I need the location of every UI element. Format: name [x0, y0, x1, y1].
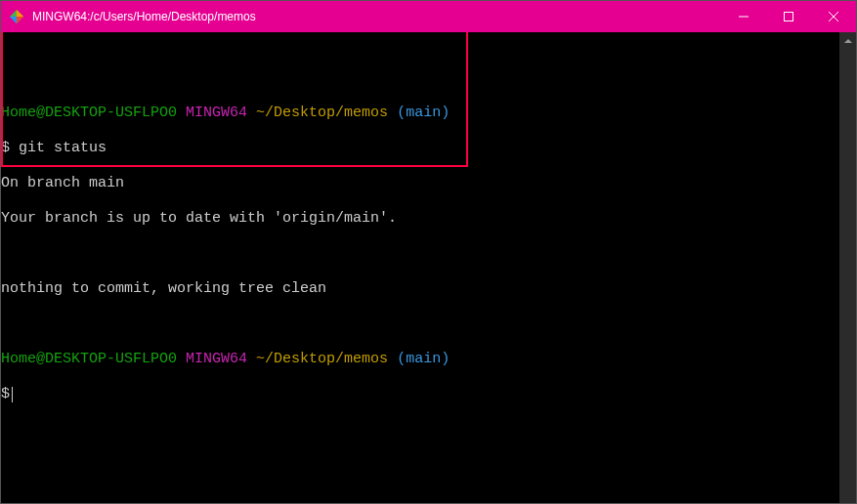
maximize-button[interactable]	[766, 1, 811, 32]
svg-marker-1	[17, 10, 23, 17]
prompt-path: ~/Desktop/memos	[256, 351, 388, 367]
output-line: On branch main	[1, 175, 837, 192]
cursor	[12, 387, 13, 402]
svg-marker-3	[10, 17, 17, 23]
output-line	[1, 245, 837, 263]
app-icon	[9, 9, 24, 24]
prompt-symbol: $	[1, 386, 10, 402]
prompt-branch: (main)	[397, 351, 450, 367]
prompt-symbol: $	[1, 140, 10, 156]
close-button[interactable]	[811, 1, 856, 32]
prompt-branch: (main)	[397, 105, 450, 121]
svg-rect-5	[785, 13, 793, 21]
scroll-up-arrow[interactable]	[839, 32, 856, 49]
prompt-userhost: Home@DESKTOP-USFLPO0	[1, 105, 177, 121]
output-line: nothing to commit, working tree clean	[1, 280, 837, 298]
prompt-userhost: Home@DESKTOP-USFLPO0	[1, 351, 177, 367]
prompt-env: MINGW64	[186, 351, 247, 367]
terminal-window: MINGW64:/c/Users/Home/Desktop/memos Home…	[0, 0, 857, 504]
output-line: Your branch is up to date with 'origin/m…	[1, 210, 837, 228]
blank-line	[1, 315, 837, 333]
vertical-scrollbar[interactable]	[839, 32, 856, 503]
svg-marker-2	[17, 17, 23, 23]
svg-marker-8	[844, 39, 852, 43]
prompt-env: MINGW64	[186, 105, 247, 121]
content-area: Home@DESKTOP-USFLPO0 MINGW64 ~/Desktop/m…	[1, 32, 856, 503]
minimize-button[interactable]	[721, 1, 766, 32]
prompt-path: ~/Desktop/memos	[256, 105, 388, 121]
command-text: git status	[19, 140, 107, 156]
titlebar[interactable]: MINGW64:/c/Users/Home/Desktop/memos	[1, 1, 856, 32]
window-title: MINGW64:/c/Users/Home/Desktop/memos	[32, 10, 264, 23]
terminal-output[interactable]: Home@DESKTOP-USFLPO0 MINGW64 ~/Desktop/m…	[1, 32, 839, 503]
